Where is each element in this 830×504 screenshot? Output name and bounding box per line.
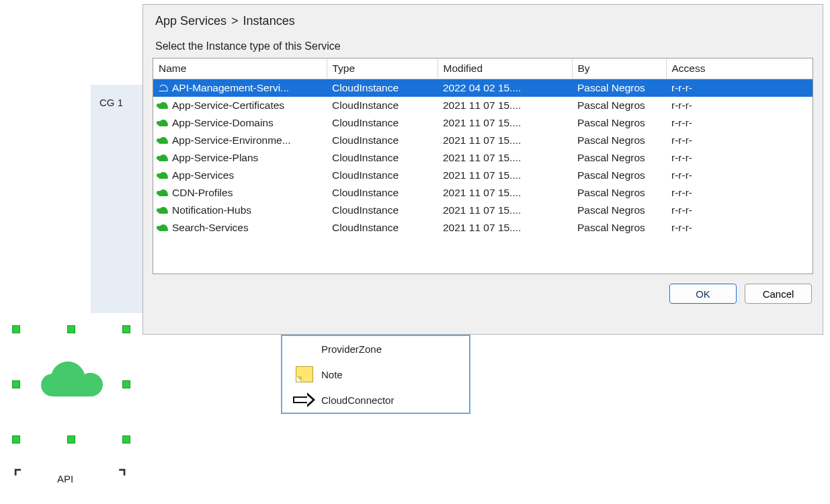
cell-type: CloudInstance: [327, 167, 438, 184]
selection-handle[interactable]: [122, 380, 130, 388]
palette-item-note[interactable]: Note: [282, 362, 469, 387]
selection-handle[interactable]: [67, 435, 75, 444]
cell-modified: 2021 11 07 15....: [438, 184, 572, 202]
selection-handle[interactable]: [122, 325, 130, 333]
cloud-instance-icon: [159, 120, 168, 126]
cell-by: Pascal Negros: [572, 184, 666, 202]
cell-access: r-r-r-: [666, 167, 813, 184]
cell-type: CloudInstance: [327, 149, 438, 167]
cell-by: Pascal Negros: [572, 114, 666, 132]
col-access[interactable]: Access: [666, 58, 813, 79]
cloud-instance-icon: [159, 155, 168, 161]
table-row[interactable]: App-Service-PlansCloudInstance2021 11 07…: [153, 149, 813, 167]
col-name[interactable]: Name: [153, 58, 327, 79]
cell-access: r-r-r-: [666, 219, 813, 237]
table-row[interactable]: Search-ServicesCloudInstance2021 11 07 1…: [153, 219, 813, 237]
bracket-icon: ⌝: [118, 466, 125, 487]
palette-item-providerzone[interactable]: ProviderZone: [282, 336, 469, 362]
selection-handle[interactable]: [67, 325, 75, 333]
cell-type: CloudInstance: [327, 79, 438, 97]
cancel-button[interactable]: Cancel: [745, 284, 812, 304]
cell-name: App-Service-Domains: [172, 117, 274, 129]
cell-by: Pascal Negros: [572, 149, 666, 167]
cloud-instance-icon: [159, 102, 168, 109]
cell-type: CloudInstance: [327, 97, 438, 114]
cell-type: CloudInstance: [327, 202, 438, 219]
col-modified[interactable]: Modified: [438, 58, 572, 79]
cell-access: r-r-r-: [666, 97, 813, 114]
note-icon: [296, 366, 313, 382]
selection-handle[interactable]: [12, 435, 20, 444]
cell-access: r-r-r-: [666, 132, 813, 149]
instance-table[interactable]: Name Type Modified By Access API-Managem…: [153, 58, 813, 274]
cell-modified: 2021 11 07 15....: [438, 114, 572, 132]
api-node-label: API: [57, 473, 73, 485]
cell-by: Pascal Negros: [572, 219, 666, 237]
instance-picker-dialog: App Services > Instances Select the Inst…: [142, 4, 823, 335]
bracket-icon: ⌜: [13, 466, 20, 487]
col-type[interactable]: Type: [327, 58, 438, 79]
cell-name: CDN-Profiles: [172, 187, 233, 199]
dialog-button-row: OK Cancel: [143, 274, 823, 313]
consumer-group-label: CG 1: [99, 97, 123, 108]
cell-modified: 2021 11 07 15....: [438, 219, 572, 237]
col-by[interactable]: By: [572, 58, 666, 79]
cell-access: r-r-r-: [666, 79, 813, 97]
cell-name: Search-Services: [172, 222, 249, 234]
palette-item-label: Note: [321, 369, 343, 380]
shape-palette[interactable]: ProviderZone Note CloudConnector: [281, 335, 470, 414]
table-header-row: Name Type Modified By Access: [153, 58, 813, 79]
cell-modified: 2021 11 07 15....: [438, 149, 572, 167]
cloud-instance-icon: [159, 207, 168, 214]
cell-name: App-Service-Certificates: [172, 99, 284, 112]
consumer-group-box[interactable]: [91, 85, 146, 313]
cell-access: r-r-r-: [666, 114, 813, 132]
cell-by: Pascal Negros: [572, 132, 666, 149]
breadcrumb-sep: >: [231, 14, 239, 28]
cell-access: r-r-r-: [666, 202, 813, 219]
table-row[interactable]: App-Service-Environme...CloudInstance202…: [153, 132, 813, 149]
cell-type: CloudInstance: [327, 184, 438, 202]
palette-item-label: CloudConnector: [321, 394, 394, 406]
cloud-instance-icon: [159, 190, 168, 196]
cell-access: r-r-r-: [666, 149, 813, 167]
table-row[interactable]: Notification-HubsCloudInstance2021 11 07…: [153, 202, 813, 219]
cell-by: Pascal Negros: [572, 97, 666, 114]
cell-modified: 2021 11 07 15....: [438, 97, 572, 114]
table-row[interactable]: CDN-ProfilesCloudInstance2021 11 07 15..…: [153, 184, 813, 202]
cell-modified: 2021 11 07 15....: [438, 167, 572, 184]
cell-modified: 2021 11 07 15....: [438, 202, 572, 219]
cloud-icon[interactable]: [38, 359, 106, 402]
cell-by: Pascal Negros: [572, 167, 666, 184]
ok-button[interactable]: OK: [669, 284, 737, 304]
cell-type: CloudInstance: [327, 132, 438, 149]
cloud-instance-icon: [159, 172, 168, 179]
cloud-instance-icon: [159, 85, 168, 91]
cloud-instance-icon: [159, 224, 168, 231]
palette-item-label: ProviderZone: [321, 343, 382, 355]
breadcrumb-parent[interactable]: App Services: [155, 14, 226, 28]
table-row[interactable]: App-Service-CertificatesCloudInstance202…: [153, 97, 813, 114]
cell-modified: 2021 11 07 15....: [438, 132, 572, 149]
cell-name: API-Management-Servi...: [172, 82, 289, 94]
cell-name: App-Service-Plans: [172, 152, 258, 164]
cell-type: CloudInstance: [327, 219, 438, 237]
cell-name: App-Services: [172, 169, 234, 181]
selection-handle[interactable]: [122, 435, 130, 444]
cloud-instance-icon: [159, 137, 168, 144]
cell-name: Notification-Hubs: [172, 204, 251, 216]
selection-handle[interactable]: [12, 325, 20, 333]
selection-handle[interactable]: [12, 380, 20, 388]
arrow-icon: [293, 392, 316, 407]
table-row[interactable]: API-Management-Servi...CloudInstance2022…: [153, 79, 813, 97]
cell-access: r-r-r-: [666, 184, 813, 202]
table-row[interactable]: App-Service-DomainsCloudInstance2021 11 …: [153, 114, 813, 132]
cell-type: CloudInstance: [327, 114, 438, 132]
cell-by: Pascal Negros: [572, 79, 666, 97]
cell-name: App-Service-Environme...: [172, 134, 291, 146]
table-row[interactable]: App-ServicesCloudInstance2021 11 07 15..…: [153, 167, 813, 184]
palette-item-cloudconnector[interactable]: CloudConnector: [282, 387, 469, 413]
dialog-subtitle: Select the Instance type of this Service: [143, 31, 823, 58]
breadcrumb-current: Instances: [243, 14, 295, 28]
breadcrumb: App Services > Instances: [143, 5, 823, 31]
